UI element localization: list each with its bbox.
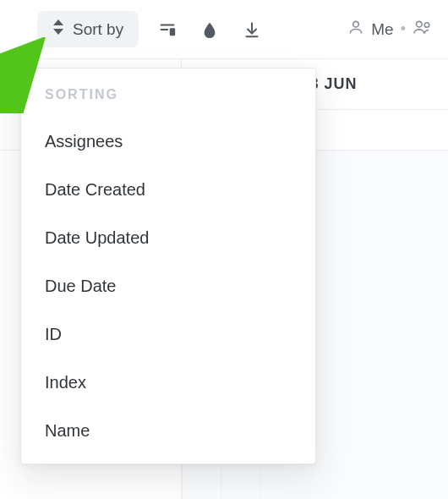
sort-by-label: Sort by xyxy=(73,20,123,39)
drop-icon[interactable] xyxy=(196,16,223,43)
toolbar: Sort by Me • xyxy=(0,0,448,59)
svg-point-9 xyxy=(424,23,429,28)
person-icon xyxy=(347,19,364,40)
svg-marker-0 xyxy=(53,19,63,25)
sort-option-date-updated[interactable]: Date Updated xyxy=(21,214,315,262)
sort-option-date-created[interactable]: Date Created xyxy=(21,166,315,214)
sort-dropdown-heading: SORTING xyxy=(21,80,315,118)
sort-dropdown: SORTING AssigneesDate CreatedDate Update… xyxy=(20,68,316,464)
group-icon[interactable] xyxy=(154,16,181,43)
sort-option-name[interactable]: Name xyxy=(21,407,315,455)
svg-point-8 xyxy=(417,21,423,27)
sort-option-index[interactable]: Index xyxy=(21,359,315,407)
me-filter[interactable]: Me • xyxy=(347,19,433,40)
svg-rect-4 xyxy=(170,28,175,36)
separator-dot: • xyxy=(401,20,406,38)
sort-option-id[interactable]: ID xyxy=(21,310,315,359)
sort-option-assignees[interactable]: Assignees xyxy=(21,118,315,166)
svg-point-7 xyxy=(353,21,359,27)
sort-icon xyxy=(52,19,64,39)
people-icon[interactable] xyxy=(412,19,433,40)
me-label: Me xyxy=(371,20,393,39)
svg-marker-1 xyxy=(53,29,63,35)
download-icon[interactable] xyxy=(238,16,265,43)
sort-by-button[interactable]: Sort by xyxy=(37,11,139,47)
sort-option-due-date[interactable]: Due Date xyxy=(21,262,315,310)
